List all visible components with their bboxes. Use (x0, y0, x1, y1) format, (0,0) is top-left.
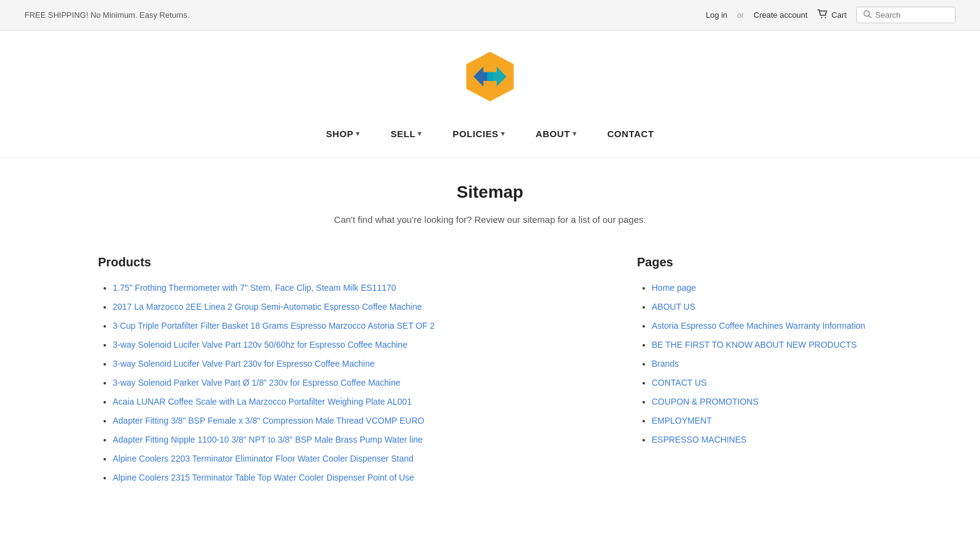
list-item[interactable]: Adapter Fitting Nipple 1100-10 3/8" NPT … (113, 433, 588, 446)
pages-list: Home pageABOUT USAstoria Espresso Coffee… (637, 282, 882, 446)
list-item[interactable]: Alpine Coolers 2315 Terminator Table Top… (113, 471, 588, 484)
list-item[interactable]: 3 Cup Triple Portafilter Filter Basket 1… (113, 320, 588, 332)
svg-point-0 (821, 17, 823, 18)
nav-policies[interactable]: POLICIES ▾ (453, 129, 505, 139)
shipping-notice: FREE SHIPPING! No Minimum. Easy Returns. (24, 10, 189, 20)
about-chevron-icon: ▾ (573, 130, 577, 138)
list-item[interactable]: 2017 La Marzocco 2EE Linea 2 Group Semi-… (113, 301, 588, 313)
list-item[interactable]: 3-way Solenoid Lucifer Valve Part 230v f… (113, 358, 588, 370)
list-item[interactable]: 3-way Solenoid Lucifer Valve Part 120v 5… (113, 339, 588, 351)
or-separator: or (737, 11, 744, 20)
shop-chevron-icon: ▾ (356, 130, 360, 138)
sitemap-columns: Products 1.75" Frothing Thermometer with… (98, 255, 882, 490)
nav-sell[interactable]: SELL ▾ (391, 129, 422, 139)
top-bar-right: Log in or Create account Cart (706, 7, 956, 23)
logo[interactable] (462, 49, 518, 104)
list-item[interactable]: COUPON & PROMOTIONS (652, 395, 882, 408)
search-box[interactable] (856, 7, 956, 23)
list-item[interactable]: Astoria Espresso Coffee Machines Warrant… (652, 320, 882, 332)
cart-button[interactable]: Cart (817, 9, 846, 21)
list-item[interactable]: Adapter Fitting 3/8" BSP Female x 3/8" C… (113, 414, 588, 427)
top-bar: FREE SHIPPING! No Minimum. Easy Returns.… (0, 0, 980, 31)
pages-heading: Pages (637, 255, 882, 269)
list-item[interactable]: Brands (652, 358, 882, 370)
main-nav: SHOP ▾ SELL ▾ POLICIES ▾ ABOUT ▾ CONTACT (0, 116, 980, 158)
list-item[interactable]: CONTACT US (652, 377, 882, 389)
policies-chevron-icon: ▾ (501, 130, 505, 138)
list-item[interactable]: EMPLOYMENT (652, 414, 882, 427)
list-item[interactable]: Alpine Coolers 2203 Terminator Eliminato… (113, 452, 588, 465)
list-item[interactable]: BE THE FIRST TO KNOW ABOUT NEW PRODUCTS (652, 339, 882, 351)
list-item[interactable]: Acaia LUNAR Coffee Scale with La Marzocc… (113, 395, 588, 408)
list-item[interactable]: 3-way Solenoid Parker Valve Part Ø 1/8" … (113, 377, 588, 389)
list-item[interactable]: Home page (652, 282, 882, 294)
cart-icon (817, 9, 828, 21)
products-column: Products 1.75" Frothing Thermometer with… (98, 255, 588, 490)
nav-contact[interactable]: CONTACT (607, 129, 654, 139)
list-item[interactable]: ABOUT US (652, 301, 882, 313)
nav-shop[interactable]: SHOP ▾ (326, 129, 360, 139)
nav-about[interactable]: ABOUT ▾ (535, 129, 576, 139)
login-link[interactable]: Log in (706, 10, 727, 20)
pages-column: Pages Home pageABOUT USAstoria Espresso … (637, 255, 882, 452)
svg-line-3 (869, 16, 872, 18)
logo-area (0, 31, 980, 116)
search-icon (863, 10, 872, 20)
page-title: Sitemap (98, 182, 882, 202)
cart-label: Cart (831, 10, 846, 20)
main-content: Sitemap Can't find what you're looking f… (61, 158, 919, 515)
create-account-link[interactable]: Create account (753, 10, 807, 20)
svg-point-1 (825, 17, 826, 18)
search-input[interactable] (875, 10, 949, 20)
products-list: 1.75" Frothing Thermometer with 7" Stem,… (98, 282, 588, 484)
sell-chevron-icon: ▾ (418, 130, 422, 138)
products-heading: Products (98, 255, 588, 269)
page-subtitle: Can't find what you're looking for? Revi… (98, 214, 882, 225)
list-item[interactable]: ESPRESSO MACHINES (652, 433, 882, 446)
list-item[interactable]: 1.75" Frothing Thermometer with 7" Stem,… (113, 282, 588, 294)
